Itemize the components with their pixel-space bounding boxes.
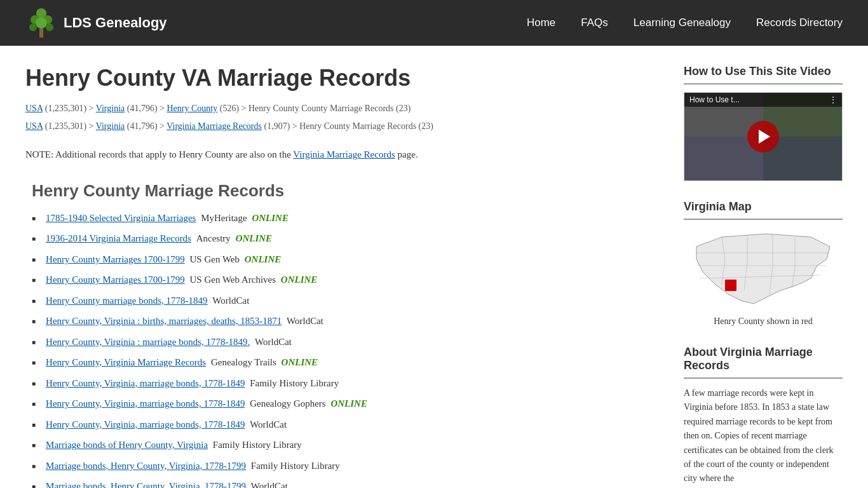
breadcrumb-2: USA (1,235,301) > Virginia (41,796) > Vi… <box>25 119 658 133</box>
list-item: Henry County, Virginia : births, marriag… <box>32 314 658 329</box>
record-source-12: Family History Library <box>251 461 340 471</box>
record-link-8[interactable]: Henry County, Virginia, marriage bonds, … <box>46 378 245 388</box>
logo-area[interactable]: LDS Genealogy <box>25 7 167 39</box>
record-source-2: US Gen Web <box>190 254 240 264</box>
record-link-4[interactable]: Henry County marriage bonds, 1778-1849 <box>46 295 208 306</box>
list-item: Henry County, Virginia Marriage Records … <box>32 355 658 370</box>
online-badge-0: ONLINE <box>252 213 288 223</box>
record-link-12[interactable]: Marriage bonds, Henry County, Virginia, … <box>46 461 246 471</box>
virginia-marriage-records-link[interactable]: Virginia Marriage Records <box>293 149 395 159</box>
list-item: Henry County Marriages 1700-1799 US Gen … <box>32 252 658 267</box>
svg-point-5 <box>46 24 53 31</box>
list-item: Marriage bonds, Henry County, Virginia, … <box>32 479 658 488</box>
sidebar: How to Use This Site Video How to Use t.… <box>684 65 843 488</box>
record-link-7[interactable]: Henry County, Virginia Marriage Records <box>46 357 206 367</box>
about-text: A few marriage records were kept in Virg… <box>684 386 843 486</box>
virginia-map-svg <box>690 227 836 310</box>
online-badge-9: ONLINE <box>330 398 367 409</box>
record-source-3: US Gen Web Archives <box>190 274 276 285</box>
record-link-6[interactable]: Henry County, Virginia : marriage bonds,… <box>46 337 250 347</box>
breadcrumb-usa-2[interactable]: USA <box>25 121 43 131</box>
breadcrumb-virginia-1[interactable]: Virginia <box>96 104 125 113</box>
video-divider <box>684 83 843 85</box>
site-header: LDS Genealogy Home FAQs Learning Genealo… <box>0 0 868 46</box>
record-source-10: WorldCat <box>250 419 287 430</box>
virginia-map-container: Henry County shown in red <box>684 227 843 327</box>
video-thumbnail[interactable]: How to Use t... ⋮ <box>684 92 843 181</box>
about-section: About Virginia Marriage Records A few ma… <box>684 346 843 486</box>
record-source-9: Genealogy Gophers <box>250 398 326 409</box>
breadcrumb-1: USA (1,235,301) > Virginia (41,796) > He… <box>25 102 658 116</box>
record-link-13[interactable]: Marriage bonds, Henry County, Virginia, … <box>46 481 246 488</box>
map-caption: Henry County shown in red <box>684 316 843 327</box>
logo-text: LDS Genealogy <box>64 15 167 31</box>
video-section-title: How to Use This Site Video <box>684 65 843 78</box>
svg-rect-7 <box>725 280 736 291</box>
page-title: Henry County VA Marriage Records <box>25 65 658 92</box>
record-source-5: WorldCat <box>287 316 323 326</box>
nav-faqs[interactable]: FAQs <box>581 17 608 29</box>
records-list: 1785-1940 Selected Virginia Marriages My… <box>25 211 658 488</box>
nav-learning[interactable]: Learning Genealogy <box>634 17 731 29</box>
nav-records[interactable]: Records Directory <box>756 17 843 29</box>
record-link-9[interactable]: Henry County, Virginia, marriage bonds, … <box>46 398 245 409</box>
main-nav: Home FAQs Learning Genealogy Records Dir… <box>527 17 843 29</box>
list-item: 1785-1940 Selected Virginia Marriages My… <box>32 211 658 226</box>
online-badge-1: ONLINE <box>236 233 273 243</box>
map-divider <box>684 219 843 220</box>
list-item: Henry County, Virginia, marriage bonds, … <box>32 376 658 391</box>
breadcrumb-usa-1[interactable]: USA <box>25 104 43 113</box>
main-content: Henry County VA Marriage Records USA (1,… <box>25 65 658 488</box>
record-link-5[interactable]: Henry County, Virginia : births, marriag… <box>46 316 281 326</box>
list-item: Henry County, Virginia : marriage bonds,… <box>32 335 658 349</box>
record-source-13: WorldCat <box>251 481 288 488</box>
record-source-6: WorldCat <box>255 337 292 347</box>
online-badge-2: ONLINE <box>245 254 281 264</box>
record-source-11: Family History Library <box>213 440 302 450</box>
about-divider <box>684 377 843 379</box>
nav-home[interactable]: Home <box>527 17 555 29</box>
list-item: Marriage bonds, Henry County, Virginia, … <box>32 459 658 473</box>
list-item: 1936-2014 Virginia Marriage Records Ance… <box>32 231 658 246</box>
list-item: Henry County marriage bonds, 1778-1849 W… <box>32 294 658 308</box>
list-item: Marriage bonds of Henry County, Virginia… <box>32 438 658 452</box>
record-link-3[interactable]: Henry County Marriages 1700-1799 <box>46 274 185 285</box>
record-source-7: Genealogy Trails <box>211 357 276 367</box>
record-link-10[interactable]: Henry County, Virginia, marriage bonds, … <box>46 419 245 430</box>
record-source-8: Family History Library <box>250 378 339 388</box>
record-source-0: MyHeritage <box>201 213 247 223</box>
breadcrumb-virginia-2[interactable]: Virginia <box>96 121 125 131</box>
note-text: NOTE: Additional records that apply to H… <box>25 147 658 162</box>
list-item: Henry County Marriages 1700-1799 US Gen … <box>32 273 658 287</box>
breadcrumb-va-marriage-records[interactable]: Virginia Marriage Records <box>166 121 262 131</box>
online-badge-7: ONLINE <box>281 357 318 367</box>
breadcrumb-henry-county[interactable]: Henry County <box>167 104 218 113</box>
play-button[interactable] <box>747 121 779 152</box>
map-section-title: Virginia Map <box>684 200 843 214</box>
about-section-title: About Virginia Marriage Records <box>684 346 843 372</box>
record-source-1: Ancestry <box>196 233 231 243</box>
online-badge-3: ONLINE <box>281 274 318 285</box>
video-play-area <box>684 93 842 180</box>
record-source-4: WorldCat <box>212 295 249 306</box>
svg-point-3 <box>36 17 47 29</box>
svg-point-4 <box>29 24 37 31</box>
map-section: Virginia Map Henry County sh <box>684 200 843 327</box>
svg-rect-6 <box>39 29 43 37</box>
record-link-1[interactable]: 1936-2014 Virginia Marriage Records <box>46 233 191 243</box>
record-link-0[interactable]: 1785-1940 Selected Virginia Marriages <box>46 213 196 223</box>
logo-tree-icon <box>25 7 57 39</box>
video-section: How to Use This Site Video How to Use t.… <box>684 65 843 181</box>
section-title: Henry County Marriage Records <box>25 181 658 201</box>
record-link-2[interactable]: Henry County Marriages 1700-1799 <box>46 254 185 264</box>
record-link-11[interactable]: Marriage bonds of Henry County, Virginia <box>46 440 208 450</box>
list-item: Henry County, Virginia, marriage bonds, … <box>32 417 658 432</box>
list-item: Henry County, Virginia, marriage bonds, … <box>32 396 658 411</box>
page-wrapper: Henry County VA Marriage Records USA (1,… <box>0 46 868 488</box>
